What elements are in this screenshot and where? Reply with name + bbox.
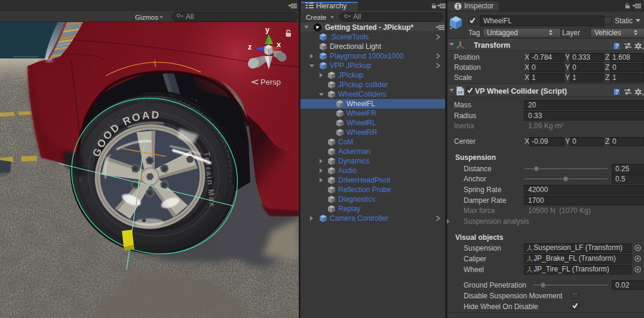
svg-text:?: ? — [615, 89, 619, 95]
svg-text:z: z — [248, 42, 252, 51]
svg-text:c#: c# — [458, 90, 463, 94]
svg-text:x: x — [277, 40, 281, 49]
svg-text:?: ? — [615, 43, 619, 50]
svg-text:Persp: Persp — [260, 78, 281, 87]
svg-text:y: y — [265, 25, 270, 34]
